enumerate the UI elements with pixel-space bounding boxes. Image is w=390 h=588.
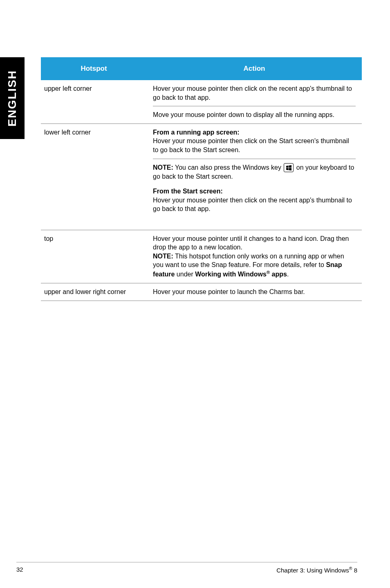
bold-text: Working with Windows [195, 271, 267, 278]
page-number: 32 [16, 566, 23, 574]
action-block: From a running app screen: Hover your mo… [153, 128, 356, 159]
end-text: . [287, 271, 289, 278]
language-tab: ENGLISH [0, 57, 25, 139]
chapter-label: Chapter 3: Using Windows® 8 [276, 566, 357, 574]
action-note: NOTE: You can also press the Windows key… [153, 163, 356, 187]
action-text: Hover your mouse pointer then click on t… [153, 84, 356, 106]
header-action: Action [147, 57, 362, 80]
page-footer: 32 Chapter 3: Using Windows® 8 [16, 562, 357, 574]
mid-text: under [175, 271, 195, 278]
action-top: Hover your mouse pointer until it change… [147, 230, 362, 283]
main-content: Hotspot Action upper left corner Hover y… [41, 57, 362, 301]
action-text: Move your mouse pointer down to display … [153, 110, 356, 119]
hotspot-table: Hotspot Action upper left corner Hover y… [41, 57, 362, 301]
hotspot-upper-lower-right: upper and lower right corner [41, 283, 147, 301]
action-upper-lower-right: Hover your mouse pointer to launch the C… [147, 283, 362, 301]
sup-text: ® [267, 270, 270, 275]
windows-key-icon [284, 163, 294, 172]
table-row: top Hover your mouse pointer until it ch… [41, 230, 362, 283]
table-row: upper and lower right corner Hover your … [41, 283, 362, 301]
bold-text: apps [270, 271, 287, 278]
action-block: From the Start screen: Hover your mouse … [153, 187, 356, 226]
header-hotspot: Hotspot [41, 57, 147, 80]
note-label: NOTE: [153, 253, 173, 260]
action-lower-left: From a running app screen: Hover your mo… [147, 123, 362, 230]
language-label: ENGLISH [6, 70, 19, 126]
action-heading: From a running app screen: [153, 128, 356, 137]
note-label: NOTE: [153, 164, 173, 171]
action-text: Hover your mouse pointer then click on t… [153, 137, 356, 154]
hotspot-upper-left: upper left corner [41, 80, 147, 123]
action-upper-left: Hover your mouse pointer then click on t… [147, 80, 362, 123]
hotspot-top: top [41, 230, 147, 283]
table-row: lower left corner From a running app scr… [41, 123, 362, 230]
action-text: Hover your mouse pointer then click on t… [153, 196, 356, 213]
table-row: upper left corner Hover your mouse point… [41, 80, 362, 123]
action-note: NOTE: This hotspot function only works o… [153, 252, 356, 279]
hotspot-lower-left: lower left corner [41, 123, 147, 230]
note-pre: You can also press the Windows key [173, 164, 283, 171]
action-heading: From the Start screen: [153, 187, 356, 196]
note-text: This hotspot function only works on a ru… [153, 253, 344, 269]
action-text: Hover your mouse pointer until it change… [153, 234, 356, 252]
